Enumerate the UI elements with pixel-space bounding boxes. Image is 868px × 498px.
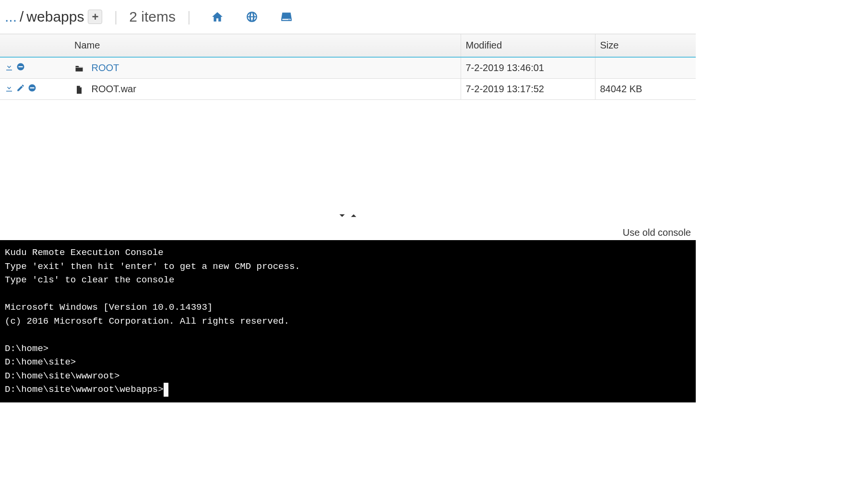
folder-icon	[74, 64, 84, 73]
globe-icon[interactable]	[246, 11, 258, 23]
delete-icon[interactable]	[28, 84, 36, 95]
folder-name[interactable]: ROOT	[92, 62, 119, 73]
size-cell	[595, 57, 696, 79]
resize-controls	[0, 206, 696, 225]
column-header-name[interactable]: Name	[70, 34, 461, 58]
use-old-console-link[interactable]: Use old console	[0, 225, 696, 240]
home-icon[interactable]	[211, 11, 224, 23]
breadcrumb-current: webapps	[26, 9, 84, 25]
separator: |	[187, 9, 191, 25]
file-table: Name Modified Size	[0, 34, 696, 100]
chevron-down-icon[interactable]	[338, 213, 349, 223]
file-icon	[74, 85, 84, 95]
file-name: ROOT.war	[92, 84, 136, 94]
header-bar: ... / webapps + | 2 items |	[0, 0, 696, 34]
svg-rect-1	[19, 66, 23, 67]
table-row[interactable]: ROOT.war 7-2-2019 13:17:52 84042 KB	[0, 79, 696, 100]
download-icon[interactable]	[5, 84, 13, 95]
column-header-size[interactable]: Size	[595, 34, 696, 58]
modified-cell: 7-2-2019 13:46:01	[461, 57, 595, 79]
download-icon[interactable]	[5, 62, 13, 73]
item-count: 2 items	[129, 9, 176, 25]
disk-icon[interactable]	[280, 11, 293, 23]
console-cursor	[164, 383, 168, 397]
column-header-actions	[0, 34, 70, 58]
console-prompt: D:\home\site\wwwroot\webapps>	[5, 384, 164, 395]
breadcrumb-ellipsis[interactable]: ...	[5, 9, 17, 25]
console[interactable]: Kudu Remote Execution Console Type 'exit…	[0, 240, 696, 402]
svg-rect-3	[30, 87, 35, 88]
breadcrumb-separator: /	[20, 9, 24, 25]
size-cell: 84042 KB	[595, 79, 696, 100]
chevron-up-icon[interactable]	[349, 213, 358, 223]
breadcrumb: ... / webapps +	[5, 9, 102, 25]
table-row[interactable]: ROOT 7-2-2019 13:46:01	[0, 57, 696, 79]
modified-cell: 7-2-2019 13:17:52	[461, 79, 595, 100]
console-output: Kudu Remote Execution Console Type 'exit…	[5, 247, 300, 381]
separator: |	[114, 9, 118, 25]
delete-icon[interactable]	[16, 62, 25, 73]
edit-icon[interactable]	[16, 84, 25, 95]
add-button[interactable]: +	[88, 10, 102, 24]
column-header-modified[interactable]: Modified	[461, 34, 595, 58]
